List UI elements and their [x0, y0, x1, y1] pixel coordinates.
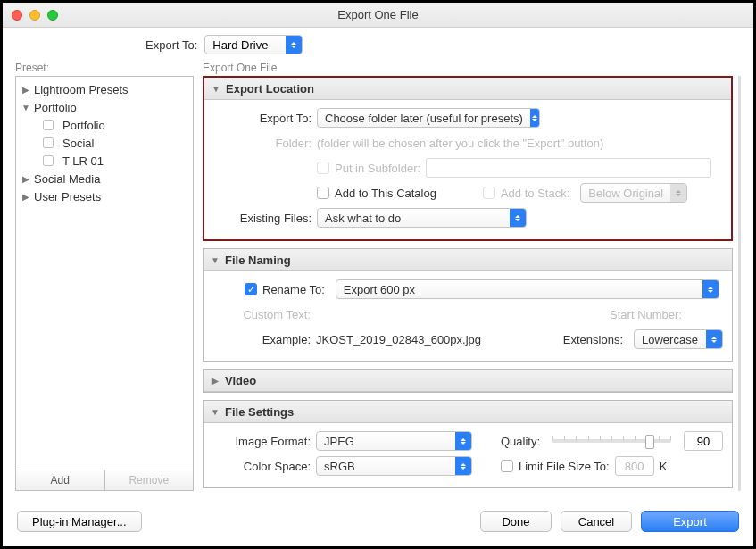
chevron-updown-icon: [455, 457, 471, 475]
preset-tree[interactable]: ▶Lightroom Presets ▼Portfolio Portfolio …: [15, 76, 194, 470]
triangle-down-icon: ▼: [212, 84, 220, 94]
cancel-button[interactable]: Cancel: [561, 511, 632, 532]
chevron-updown-icon: [702, 280, 719, 298]
quality-input[interactable]: [684, 431, 723, 451]
export-location-to-select[interactable]: Choose folder later (useful for presets): [317, 108, 540, 128]
subfolder-checkbox: [317, 162, 329, 174]
triangle-right-icon: ▶: [21, 174, 30, 184]
tree-node[interactable]: ▶User Presets: [16, 187, 193, 205]
chevron-updown-icon: [510, 209, 526, 227]
panel-header[interactable]: ▶Video: [204, 370, 732, 392]
triangle-down-icon: ▼: [211, 407, 220, 417]
checkbox[interactable]: [43, 137, 54, 148]
field-label: Export To:: [213, 112, 312, 125]
tree-node[interactable]: ▶Social Media: [16, 170, 193, 187]
panel-header[interactable]: ▼File Settings: [204, 401, 732, 423]
tree-leaf[interactable]: T LR 01: [16, 152, 193, 170]
chevron-updown-icon: [530, 109, 539, 127]
titlebar: Export One File: [3, 3, 753, 28]
checkbox[interactable]: [43, 155, 54, 166]
video-panel: ▶Video: [203, 369, 733, 393]
triangle-down-icon: ▼: [211, 255, 220, 265]
window-title: Export One File: [3, 8, 753, 21]
export-button[interactable]: Export: [641, 511, 739, 532]
plugin-manager-button[interactable]: Plug-in Manager...: [17, 511, 142, 532]
extensions-select[interactable]: Lowercase: [634, 329, 723, 349]
triangle-right-icon: ▶: [211, 376, 220, 386]
file-settings-panel: ▼File Settings Image Format: JPEG Qualit…: [203, 400, 733, 488]
triangle-right-icon: ▶: [21, 192, 30, 202]
folder-hint: (folder will be chosen after you click t…: [317, 137, 603, 150]
add-button[interactable]: Add: [16, 470, 104, 490]
done-button[interactable]: Done: [480, 511, 552, 532]
image-format-select[interactable]: JPEG: [316, 431, 472, 451]
field-label: Folder:: [213, 137, 312, 150]
example-filename: JKOST_2019_02843_600px.jpg: [316, 333, 481, 346]
quality-slider[interactable]: [552, 432, 671, 450]
checkbox[interactable]: [43, 120, 54, 130]
color-space-select[interactable]: sRGB: [316, 456, 472, 476]
right-section-label: Export One File: [203, 62, 741, 76]
chevron-updown-icon: [706, 330, 722, 348]
chevron-updown-icon: [670, 184, 686, 202]
export-to-value: Hard Drive: [205, 38, 286, 52]
tree-node[interactable]: ▶Lightroom Presets: [16, 80, 193, 98]
subfolder-input: [426, 158, 711, 178]
remove-button: Remove: [104, 470, 194, 490]
limit-size-input: [615, 456, 654, 476]
panel-header[interactable]: ▼File Naming: [204, 249, 732, 271]
triangle-right-icon: ▶: [21, 85, 30, 95]
rename-select[interactable]: Export 600 px: [336, 279, 719, 299]
panel-header[interactable]: ▼Export Location: [204, 78, 731, 100]
add-stack-checkbox: [483, 187, 495, 199]
field-label: Existing Files:: [213, 212, 312, 225]
existing-files-select[interactable]: Ask what to do: [317, 208, 527, 228]
chevron-updown-icon: [455, 432, 471, 450]
export-to-label: Export To:: [145, 38, 197, 52]
tree-leaf[interactable]: Portfolio: [16, 116, 193, 134]
rename-checkbox[interactable]: ✓: [245, 283, 257, 295]
export-to-select[interactable]: Hard Drive: [204, 35, 303, 54]
tree-node[interactable]: ▼Portfolio: [16, 98, 193, 116]
preset-label: Preset:: [15, 62, 194, 76]
triangle-down-icon: ▼: [21, 103, 30, 112]
limit-size-checkbox[interactable]: [501, 460, 513, 472]
stack-position-select: Below Original: [580, 183, 687, 203]
chevron-updown-icon: [286, 36, 302, 54]
tree-leaf[interactable]: Social: [16, 134, 193, 152]
add-catalog-checkbox[interactable]: [317, 187, 329, 199]
file-naming-panel: ▼File Naming ✓ Rename To: Export 600 px: [203, 248, 733, 362]
export-location-panel: ▼Export Location Export To: Choose folde…: [203, 76, 733, 241]
